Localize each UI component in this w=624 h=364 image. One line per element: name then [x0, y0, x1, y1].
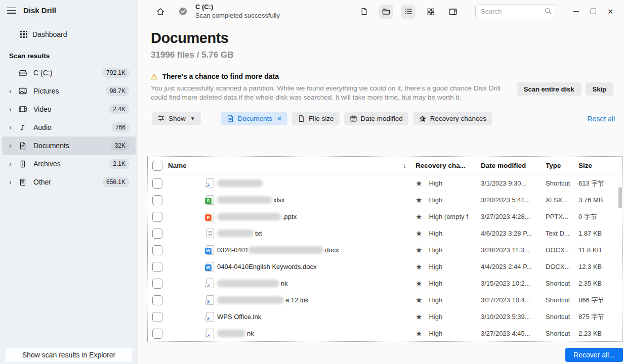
- sidebar-item-c-drive[interactable]: C (C:)792.1K: [2, 64, 136, 82]
- chevron-down-icon: ▼: [190, 116, 195, 121]
- row-checkbox[interactable]: [152, 229, 162, 239]
- dashboard-grid-icon: [20, 31, 27, 38]
- column-header-recovery[interactable]: Recovery cha...: [415, 162, 481, 169]
- row-checkbox[interactable]: [152, 312, 162, 322]
- select-all-checkbox[interactable]: [152, 161, 162, 171]
- row-checkbox[interactable]: [152, 329, 162, 339]
- row-checkbox[interactable]: [152, 178, 162, 189]
- sidebar-item-video[interactable]: ›Video2.4K: [2, 100, 136, 118]
- chevron-right-icon[interactable]: ›: [9, 87, 18, 95]
- skip-button[interactable]: Skip: [586, 82, 613, 96]
- chevron-right-icon[interactable]: ›: [9, 178, 18, 186]
- table-row[interactable]: Sxlsx★High3/20/2023 5:41...XLSX...3.76 M…: [148, 192, 622, 208]
- table-row[interactable]: W0328-0401docx★High3/28/2023 11:3...DOCX…: [148, 242, 622, 258]
- filter-chip-recovery-chances[interactable]: Recovery chances: [413, 112, 492, 125]
- file-size: 12.3 KB: [578, 263, 622, 270]
- sidebar-item-archives[interactable]: ›Archives2.1K: [2, 155, 136, 173]
- recovery-chance: High: [429, 263, 442, 270]
- chevron-right-icon[interactable]: ›: [9, 160, 18, 167]
- filename-text: txt: [255, 230, 262, 237]
- date-modified: 4/6/2023 3:28 P...: [481, 230, 546, 237]
- page-title: Documents: [151, 30, 624, 47]
- vertical-scrollbar[interactable]: [618, 187, 622, 208]
- chevron-right-icon[interactable]: ›: [9, 106, 18, 113]
- date-modified: 3/20/2023 5:41...: [481, 196, 546, 204]
- list-view-icon[interactable]: [401, 5, 415, 19]
- maximize-button[interactable]: [585, 4, 602, 19]
- home-icon[interactable]: [153, 5, 168, 19]
- maximize-icon: [591, 9, 596, 14]
- redacted-filename: [217, 296, 284, 304]
- row-checkbox[interactable]: [152, 245, 162, 255]
- remove-filter-icon[interactable]: ✕: [277, 115, 282, 122]
- column-header-name[interactable]: Name: [168, 162, 187, 169]
- sidebar-item-dashboard[interactable]: Dashboard: [2, 26, 136, 43]
- calendar-icon: [350, 115, 357, 122]
- row-checkbox[interactable]: [152, 295, 162, 305]
- file-size: 3.76 MB: [578, 196, 622, 204]
- recovery-chance: High (empty f: [429, 213, 468, 220]
- row-checkbox[interactable]: [152, 212, 162, 222]
- file-size: 1.87 KB: [578, 230, 622, 237]
- search-input[interactable]: [475, 5, 555, 18]
- redacted-filename: [217, 330, 245, 337]
- sort-descending-icon[interactable]: ↓: [403, 162, 407, 169]
- table-row[interactable]: ↗nk★High3/15/2023 10:2...Shortcut2.35 KB: [148, 275, 622, 292]
- table-body: ↗★High3/1/2023 9:30...Shortcut613 字节Sxls…: [148, 175, 622, 342]
- show-in-explorer-button[interactable]: Show scan results in Explorer: [5, 347, 133, 362]
- scan-complete-check-icon: [179, 7, 187, 16]
- panel-view-icon[interactable]: [446, 5, 460, 19]
- count-badge: 656.1K: [102, 177, 130, 187]
- sliders-icon: [157, 114, 165, 123]
- row-checkbox[interactable]: [152, 195, 162, 205]
- sidebar-item-audio[interactable]: ›Audio766: [2, 118, 136, 136]
- filter-chip-file-size[interactable]: File size: [292, 112, 340, 125]
- column-header-date[interactable]: Date modified: [481, 162, 546, 169]
- banner-body: You just successfully scanned a partitio…: [151, 84, 513, 102]
- table-row[interactable]: W0404-0410English Keywords.docx★High4/4/…: [148, 258, 622, 275]
- recovery-chance: High: [429, 196, 442, 204]
- filter-chip-documents[interactable]: Documents✕: [221, 112, 287, 125]
- row-checkbox[interactable]: [152, 262, 162, 272]
- filename-text: .pptx: [282, 213, 297, 220]
- sidebar-item-label: Audio: [33, 123, 111, 131]
- hamburger-menu-icon[interactable]: [7, 8, 16, 14]
- close-button[interactable]: ✕: [602, 4, 619, 19]
- filename-text: 0404-0410English Keywords.docx: [217, 263, 317, 270]
- chevron-right-icon[interactable]: ›: [9, 124, 18, 131]
- redacted-filename: [217, 213, 281, 220]
- show-filter-dropdown[interactable]: Show ▼: [152, 112, 201, 125]
- table-row[interactable]: txt★High4/6/2023 3:28 P...Text D...1.87 …: [148, 225, 622, 242]
- table-row[interactable]: ↗nk★High3/27/2023 4:45...Shortcut2.23 KB: [148, 325, 622, 342]
- recovery-star-icon: ★: [415, 330, 422, 337]
- chip-label: File size: [309, 115, 334, 122]
- search-icon: [544, 7, 552, 17]
- pptx-file-icon: P: [205, 211, 215, 222]
- reset-all-link[interactable]: Reset all: [588, 115, 615, 123]
- sidebar-item-other[interactable]: ›Other656.1K: [2, 173, 136, 191]
- chevron-right-icon[interactable]: ›: [9, 142, 18, 149]
- scan-entire-disk-button[interactable]: Scan entire disk: [517, 82, 581, 96]
- top-bar: C (C:) Scan completed successfully: [138, 0, 624, 23]
- recover-all-button[interactable]: Recover all...: [565, 348, 623, 362]
- table-row[interactable]: ↗a 12.lnk★High3/27/2023 10:4...Shortcut8…: [148, 292, 622, 308]
- file-icon: [298, 115, 305, 122]
- date-modified: 3/1/2023 9:30...: [481, 179, 546, 187]
- more-data-banner: ⚠ There's a chance to find more data You…: [138, 60, 624, 102]
- sidebar-item-label: Other: [33, 178, 102, 186]
- grid-view-icon[interactable]: [424, 5, 438, 19]
- row-checkbox[interactable]: [152, 279, 162, 289]
- other-icon: [18, 177, 27, 187]
- minimize-button[interactable]: [567, 4, 585, 19]
- table-row[interactable]: P.pptx★High (empty f3/27/2023 4:28...PPT…: [148, 208, 622, 225]
- table-row[interactable]: ↗WPS Office.lnk★High3/10/2023 5:39...Sho…: [148, 308, 622, 325]
- filter-chip-date-modified[interactable]: Date modified: [344, 112, 408, 125]
- folder-view-icon[interactable]: [379, 5, 393, 19]
- column-header-type[interactable]: Type: [546, 162, 578, 169]
- column-header-size[interactable]: Size: [578, 162, 622, 169]
- table-row[interactable]: ↗★High3/1/2023 9:30...Shortcut613 字节: [148, 175, 622, 192]
- sidebar-item-pictures[interactable]: ›Pictures98.7K: [2, 82, 136, 100]
- sidebar-item-documents[interactable]: ›Documents32K: [2, 136, 136, 155]
- file-type: Text D...: [546, 230, 578, 237]
- file-view-icon[interactable]: [357, 5, 371, 19]
